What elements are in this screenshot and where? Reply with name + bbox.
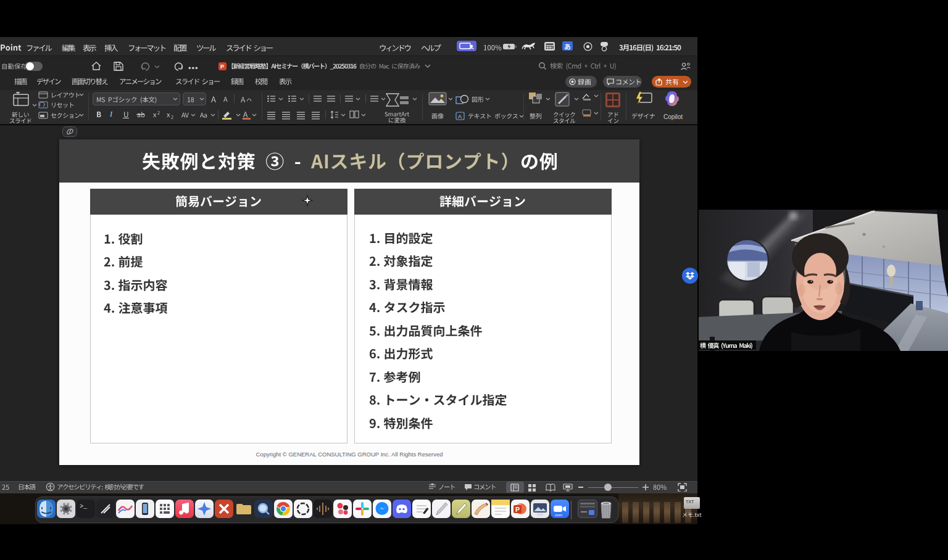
svg-text:>_: >_ [80,503,88,510]
svg-text:zoom: zoom [555,513,562,517]
svg-text:P: P [515,506,520,513]
svg-text:A: A [458,113,462,120]
